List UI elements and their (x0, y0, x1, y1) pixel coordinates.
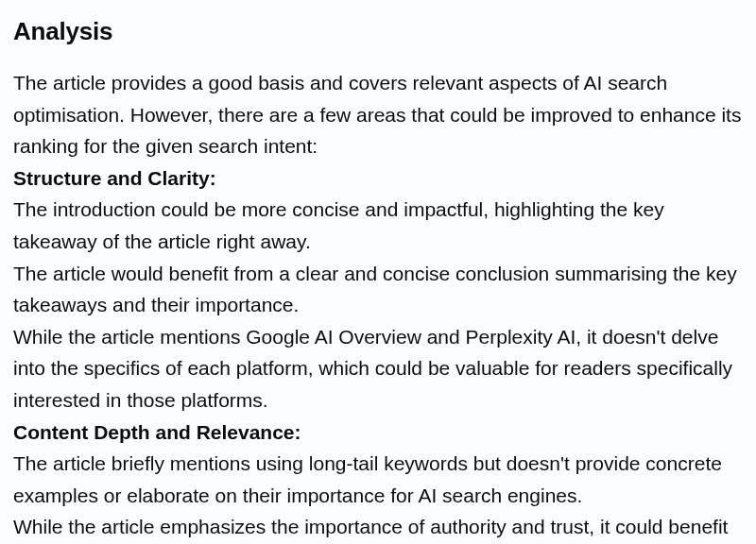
section-paragraph: The introduction could be more concise a… (13, 194, 743, 257)
page-title: Analysis (13, 17, 743, 46)
section-heading: Structure and Clarity: (13, 162, 743, 195)
intro-paragraph: The article provides a good basis and co… (13, 67, 743, 162)
section-paragraph: The article briefly mentions using long-… (13, 448, 743, 511)
analysis-document: Analysis The article provides a good bas… (0, 0, 756, 544)
section-paragraph: While the article mentions Google AI Ove… (13, 321, 743, 416)
section-heading: Content Depth and Relevance: (13, 416, 743, 449)
section-paragraph: The article would benefit from a clear a… (13, 258, 743, 321)
body-text: The article provides a good basis and co… (13, 67, 743, 544)
section-paragraph: While the article emphasizes the importa… (13, 511, 743, 544)
